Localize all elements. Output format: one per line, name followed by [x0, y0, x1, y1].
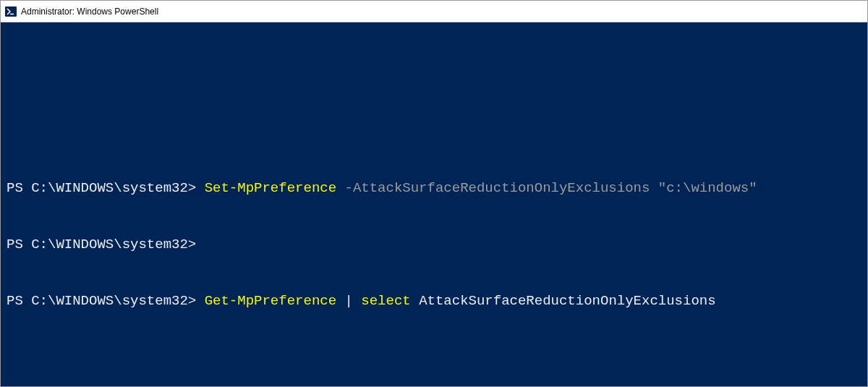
string-literal: "c:\windows" — [658, 180, 757, 196]
terminal-line: PS C:\WINDOWS\system32> — [7, 235, 861, 254]
space — [336, 180, 344, 196]
blank-line — [7, 348, 861, 367]
blank-line — [7, 122, 861, 141]
prompt: PS C:\WINDOWS\system32> — [7, 237, 196, 252]
powershell-window: Administrator: Windows PowerShell PS C:\… — [0, 0, 868, 387]
pipe-operator: | — [345, 293, 353, 309]
titlebar[interactable]: Administrator: Windows PowerShell — [1, 1, 867, 22]
prompt: PS C:\WINDOWS\system32> — [7, 180, 196, 196]
blank-line — [7, 66, 861, 85]
cmdlet-name: Get-MpPreference — [205, 293, 336, 309]
space — [353, 293, 361, 309]
space — [196, 180, 204, 196]
terminal-line: PS C:\WINDOWS\system32> Get-MpPreference… — [7, 292, 861, 310]
window-title: Administrator: Windows PowerShell — [21, 7, 158, 17]
terminal-area[interactable]: PS C:\WINDOWS\system32> Set-MpPreference… — [1, 22, 867, 386]
space — [196, 293, 204, 309]
terminal-line: PS C:\WINDOWS\system32> Set-MpPreference… — [7, 179, 861, 197]
select-keyword: select — [361, 293, 410, 309]
space — [336, 293, 344, 309]
parameter-name: -AttackSurfaceReductionOnlyExclusions — [345, 180, 650, 196]
space — [411, 293, 419, 309]
space — [650, 180, 658, 196]
powershell-icon — [5, 6, 17, 17]
prompt: PS C:\WINDOWS\system32> — [7, 293, 196, 309]
cmdlet-name: Set-MpPreference — [205, 180, 336, 196]
property-name: AttackSurfaceReductionOnlyExclusions — [419, 293, 715, 309]
